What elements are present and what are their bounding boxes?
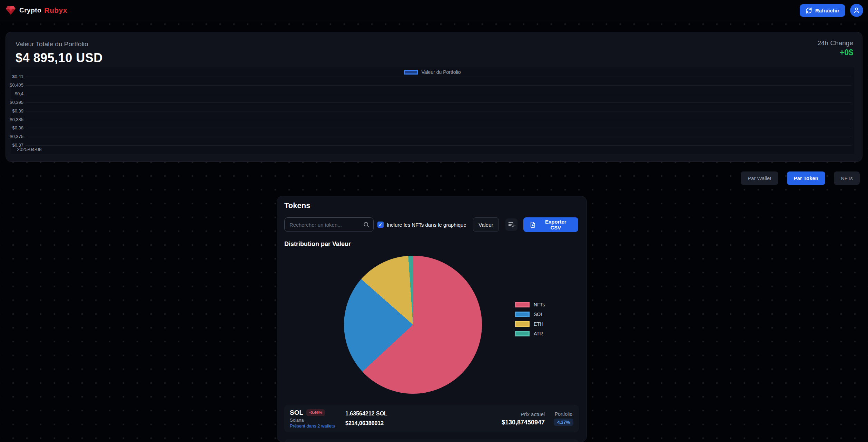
pie-legend-label: SOL <box>534 312 543 317</box>
user-avatar-button[interactable] <box>850 4 863 17</box>
gridline <box>26 111 851 111</box>
portfolio-value-chart: Valeur du Portfolio $0,41$0,405$0,4$0,39… <box>11 67 854 154</box>
gridline <box>26 145 851 146</box>
include-nfts-checkbox-group[interactable]: ✓ Inclure les NFTs dans le graphique <box>377 222 466 228</box>
token-row-right: Prix actuel $130,87450947 Portfolio 4.37… <box>502 411 573 426</box>
distribution-pie-chart[interactable] <box>344 256 482 394</box>
distribution-title: Distribution par Valeur <box>284 240 351 248</box>
token-amount: 1.63564212 SOL <box>345 411 387 417</box>
tokens-title: Tokens <box>284 201 310 210</box>
portfolio-total-value: $4 895,10 USD <box>16 51 857 65</box>
token-holdings: 1.63564212 SOL $214,06386012 <box>345 411 387 426</box>
y-axis-tick-label: $0,38 <box>12 125 23 130</box>
price-label: Prix actuel <box>502 411 545 417</box>
token-wallets-link[interactable]: Présent dans 2 wallets <box>290 423 340 429</box>
include-nfts-label: Inclure les NFTs dans le graphique <box>387 222 466 228</box>
token-chain: Solana <box>290 418 340 423</box>
pie-legend-swatch <box>515 312 530 317</box>
gridline <box>26 137 851 137</box>
user-icon <box>853 7 860 14</box>
gridline <box>26 77 851 77</box>
y-axis-tick-label: $0,385 <box>10 117 23 122</box>
search-input[interactable] <box>284 217 374 232</box>
tab-par-token[interactable]: Par Token <box>787 171 825 185</box>
sort-by-select[interactable]: Valeur <box>473 217 499 232</box>
refresh-icon <box>806 7 812 14</box>
token-change-badge: -0.46% <box>306 409 325 416</box>
file-download-icon <box>530 222 536 228</box>
change-value: +0$ <box>817 48 853 57</box>
sort-direction-button[interactable] <box>505 218 517 231</box>
portfolio-label: Portfolio <box>554 411 573 417</box>
pie-legend-swatch <box>515 331 530 336</box>
tab-par-wallet[interactable]: Par Wallet <box>741 171 778 185</box>
portfolio-percent-badge: 4.37% <box>554 419 573 426</box>
brand-logo[interactable]: Crypto Rubyx <box>5 4 67 16</box>
tokens-card: Tokens ✓ Inclure les NFTs dans le graphi… <box>277 196 587 442</box>
token-symbol: SOL <box>290 409 303 416</box>
y-axis-tick-label: $0,395 <box>10 100 23 105</box>
token-row-sol[interactable]: SOL -0.46% Solana Présent dans 2 wallets… <box>284 405 579 432</box>
token-row-next-partial[interactable] <box>284 439 579 442</box>
export-csv-button[interactable]: Exporter CSV <box>523 217 578 232</box>
pie-legend-item-eth[interactable]: ETH <box>515 321 545 327</box>
tab-nfts[interactable]: NFTs <box>834 171 860 185</box>
gem-icon <box>5 4 17 16</box>
y-axis-tick-label: $0,39 <box>12 108 23 114</box>
change-label: 24h Change <box>817 39 853 47</box>
legend-label: Valeur du Portfolio <box>421 69 461 75</box>
brand-name-second: Rubyx <box>44 6 67 14</box>
gridline <box>26 102 851 103</box>
y-axis-tick-label: $0,375 <box>10 134 23 139</box>
include-nfts-checkbox[interactable]: ✓ <box>377 222 384 228</box>
x-axis-label: 2025-04-08 <box>17 147 42 152</box>
search-icon <box>363 221 370 228</box>
refresh-button[interactable]: Rafraîchir <box>800 4 845 17</box>
token-identity: SOL -0.46% Solana Présent dans 2 wallets <box>290 409 340 429</box>
token-price-block: Prix actuel $130,87450947 <box>502 411 545 426</box>
gridline <box>26 128 851 128</box>
chart-legend[interactable]: Valeur du Portfolio <box>11 69 854 75</box>
page: { "header": { "brand_first": "Crypto", "… <box>0 0 868 442</box>
token-portfolio-block: Portfolio 4.37% <box>554 411 573 426</box>
export-csv-label: Exporter CSV <box>540 219 572 230</box>
y-axis-tick-label: $0,4 <box>15 91 23 96</box>
brand-name-first: Crypto <box>19 7 41 14</box>
pie-legend-swatch <box>515 302 530 307</box>
y-axis-tick-label: $0,41 <box>12 74 23 79</box>
view-tabs: Par Wallet Par Token NFTs <box>741 171 860 185</box>
tokens-controls: ✓ Inclure les NFTs dans le graphique Val… <box>284 217 578 232</box>
search-field-wrap <box>284 217 374 232</box>
sort-descending-icon <box>508 221 515 228</box>
pie-legend-item-sol[interactable]: SOL <box>515 312 545 317</box>
pie-legend-item-atr[interactable]: ATR <box>515 331 545 336</box>
legend-swatch <box>404 70 418 75</box>
token-value: $214,06386012 <box>345 420 387 426</box>
portfolio-total-label: Valeur Totale du Portfolio <box>16 40 857 48</box>
price-value: $130,87450947 <box>502 419 545 426</box>
gridline <box>26 85 851 86</box>
pie-legend-label: ATR <box>534 331 543 336</box>
pie-legend-swatch <box>515 321 530 327</box>
top-navbar: Crypto Rubyx Rafraîchir <box>0 0 868 21</box>
gridline <box>26 94 851 94</box>
pie-legend-item-nfts[interactable]: NFTs <box>515 302 545 307</box>
pie-legend-label: ETH <box>534 321 543 327</box>
pie-legend-label: NFTs <box>534 302 545 307</box>
gridline <box>26 120 851 120</box>
portfolio-24h-change: 24h Change +0$ <box>817 39 853 57</box>
header-actions: Rafraîchir <box>800 4 863 17</box>
refresh-button-label: Rafraîchir <box>815 8 839 13</box>
y-axis-tick-label: $0,405 <box>10 82 23 88</box>
portfolio-summary-card: Valeur Totale du Portfolio $4 895,10 USD… <box>6 32 862 162</box>
pie-legend: NFTsSOLETHATR <box>515 302 545 341</box>
